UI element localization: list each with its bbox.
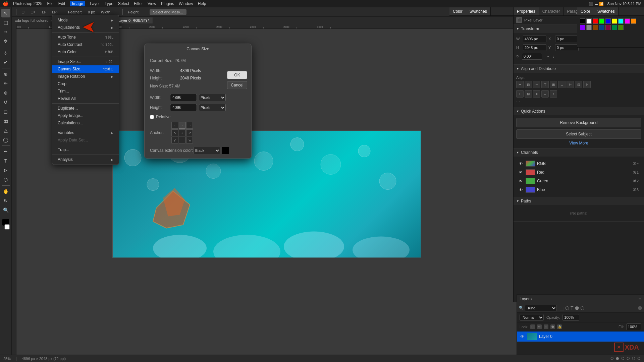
dialog-ok-button[interactable]: OK	[227, 71, 247, 79]
tab-character[interactable]: Character	[539, 7, 564, 15]
tab-swatches[interactable]: Swatches	[466, 7, 491, 15]
canvas-ext-color-swatch[interactable]	[222, 147, 229, 154]
view-more-link[interactable]: View More	[516, 141, 641, 145]
tool-heal[interactable]: ⊕	[1, 70, 10, 78]
swatch-teal[interactable]	[599, 25, 604, 30]
tool-gradient[interactable]: ▦	[1, 117, 10, 125]
channel-blue-eye-icon[interactable]: 👁	[519, 188, 524, 192]
tool-text[interactable]: T	[1, 157, 10, 165]
transform-x-input[interactable]	[555, 36, 579, 42]
tool-eraser[interactable]: ◻	[1, 107, 10, 116]
tab-color-mini[interactable]: Color	[577, 7, 594, 15]
apple-menu[interactable]: 🍎	[3, 1, 8, 6]
tool-rotate[interactable]: ↻	[1, 196, 10, 205]
swatch-cyan[interactable]	[618, 18, 624, 24]
statusbar-icon-2[interactable]: ⬟	[616, 356, 619, 361]
menu-reveal-all[interactable]: Reveal All	[52, 95, 119, 102]
align-section-header[interactable]: ▼ Align and Distribute	[514, 65, 644, 73]
anchor-arrow-center-h[interactable]: ·	[179, 122, 185, 129]
channel-red[interactable]: 👁 Red ⌘1	[516, 168, 641, 177]
flip-v-icon[interactable]: ↕	[552, 54, 554, 58]
tool-move[interactable]: ↖	[1, 9, 10, 17]
swatch-forest[interactable]	[612, 25, 617, 30]
menubar-select[interactable]: Select	[118, 1, 129, 6]
lock-artboard-icon[interactable]: ⬟	[550, 324, 555, 329]
distribute-bottom[interactable]: ⊧	[533, 90, 540, 98]
menu-duplicate[interactable]: Duplicate...	[52, 105, 119, 112]
align-bottom-edges[interactable]: ⊥	[558, 81, 566, 88]
rotate-input[interactable]	[522, 53, 542, 60]
channels-header[interactable]: ▼ Channels	[514, 148, 644, 157]
swatch-blue[interactable]	[605, 18, 611, 24]
menubar-photoshop[interactable]: Photoshop 2025	[13, 1, 42, 6]
distribute-h-center[interactable]: ⊡	[575, 81, 582, 88]
statusbar-icon-1[interactable]: ⬡	[610, 356, 614, 361]
tool-shape[interactable]: ⬡	[1, 175, 10, 184]
tool-crop[interactable]: ⊹	[1, 49, 10, 57]
distribute-v-space[interactable]: ↕	[550, 90, 557, 98]
menubar-edit[interactable]: Edit	[58, 1, 65, 6]
layer-filter-toggle[interactable]	[638, 306, 642, 310]
new-height-input[interactable]	[170, 104, 197, 111]
statusbar-icon-3[interactable]: ⬡	[621, 356, 625, 361]
opacity-input[interactable]	[562, 314, 579, 321]
new-width-unit[interactable]: Pixels Percent Inches	[199, 94, 226, 101]
more-options-icon[interactable]: ⋯	[516, 100, 520, 104]
menu-auto-contrast[interactable]: Auto Contrast ⌥⇧⌘L	[52, 41, 119, 48]
anchor-arrow-down[interactable]: ↓	[179, 129, 185, 136]
tool-hand[interactable]: ✋	[1, 187, 10, 196]
blend-mode-select[interactable]: Normal Dissolve Multiply Screen Overlay	[520, 314, 544, 321]
tool-magic-wand[interactable]: ✲	[1, 37, 10, 46]
tool-blur[interactable]: △	[1, 126, 10, 135]
new-height-unit[interactable]: Pixels Percent Inches	[199, 104, 226, 111]
toolbar-new-sel[interactable]: ◻	[19, 9, 26, 15]
tool-path-sel[interactable]: ⊳	[1, 166, 10, 175]
channel-rgb[interactable]: 👁 RGB ⌘~	[516, 159, 641, 168]
transform-h-input[interactable]	[523, 44, 546, 51]
menu-canvas-size[interactable]: Canvas Size... ⌥⌘C	[52, 65, 119, 73]
menubar-filter[interactable]: Filter	[134, 1, 143, 6]
transform-w-input[interactable]	[523, 36, 546, 42]
toolbar-inter-sel[interactable]: ◻∩	[50, 9, 60, 15]
align-left-edges[interactable]: ⊢	[516, 81, 524, 88]
tool-brush[interactable]: ✏	[1, 79, 10, 88]
menu-calculations[interactable]: Calculations...	[52, 119, 119, 127]
menubar-layer[interactable]: Layer	[90, 1, 100, 6]
lock-transparency-icon[interactable]: ⬚	[530, 324, 535, 329]
fill-input[interactable]	[626, 323, 641, 330]
swatch-magenta[interactable]	[625, 18, 630, 24]
tool-lasso[interactable]: ⊃	[1, 27, 10, 36]
tool-marquee[interactable]: ⬚	[1, 18, 10, 27]
menubar-plugins[interactable]: Plugins	[161, 1, 174, 6]
distribute-left[interactable]: ⊨	[567, 81, 574, 88]
statusbar-icon-4[interactable]: ⬡	[627, 356, 630, 361]
toolbar-add-sel[interactable]: ◻+	[29, 9, 38, 15]
tool-pen[interactable]: ✒	[1, 147, 10, 156]
layer-filter-adjust-icon[interactable]: ⬡	[565, 305, 569, 311]
swatch-brown[interactable]	[593, 25, 598, 30]
layer-filter-smartobj-icon[interactable]: ⬡	[580, 305, 584, 311]
layer-filter-shape-icon[interactable]: ⬟	[575, 305, 579, 311]
tool-clone[interactable]: ⊗	[1, 88, 10, 97]
tab-properties[interactable]: Properties	[514, 7, 539, 15]
distribute-right[interactable]: ⊩	[583, 81, 591, 88]
flip-h-icon[interactable]: ↔	[546, 54, 550, 58]
channel-red-eye-icon[interactable]: 👁	[519, 170, 524, 174]
swatch-purple[interactable]	[580, 25, 585, 30]
menu-variables[interactable]: Variables ▶	[52, 129, 119, 136]
tab-color[interactable]: Color	[449, 7, 466, 15]
layer-kind-filter[interactable]: Kind Name Effect Mode Attribute Color Sm…	[525, 305, 557, 311]
statusbar-icon-6[interactable]: ⬡	[637, 356, 641, 361]
swatch-orange[interactable]	[631, 18, 636, 24]
background-color[interactable]	[4, 224, 10, 230]
lock-position-icon[interactable]: ↔	[544, 324, 548, 329]
menu-apply-image[interactable]: Apply Image...	[52, 112, 119, 119]
new-width-input[interactable]	[170, 94, 197, 101]
layer-row-0[interactable]: 👁 Layer 0	[517, 331, 644, 342]
tool-history[interactable]: ↺	[1, 98, 10, 107]
select-subject-button[interactable]: Select Subject	[516, 129, 641, 139]
menu-analysis[interactable]: Analysis ▶	[52, 156, 119, 163]
menu-crop[interactable]: Crop	[52, 80, 119, 87]
channel-rgb-eye-icon[interactable]: 👁	[519, 162, 524, 166]
layer-filter-pixel-icon[interactable]: ⬚	[559, 305, 564, 311]
